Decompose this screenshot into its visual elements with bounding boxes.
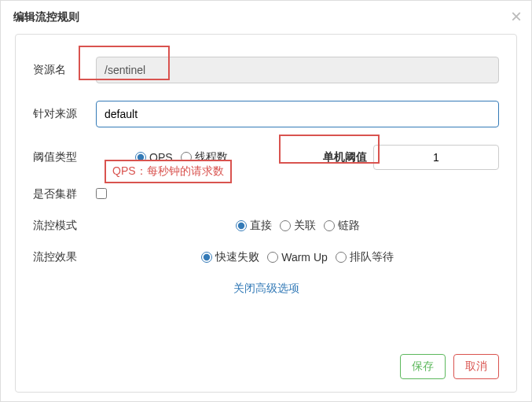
label-cluster: 是否集群: [33, 187, 96, 201]
radio-mode-direct-label: 直接: [250, 219, 272, 233]
radio-group-effect: 快速失败 Warm Up 排队等待: [96, 250, 499, 264]
modal-header: 编辑流控规则 ×: [1, 1, 531, 34]
label-threshold-type: 阈值类型: [33, 150, 96, 164]
radio-effect-warmup[interactable]: Warm Up: [267, 251, 328, 264]
radio-mode-relation[interactable]: 关联: [280, 219, 316, 233]
row-resource-name: 资源名: [33, 57, 499, 83]
label-resource-name: 资源名: [33, 63, 96, 77]
row-effect: 流控效果 快速失败 Warm Up 排队等待: [33, 250, 499, 264]
label-threshold: 单机阈值: [323, 150, 367, 164]
radio-effect-fail-input[interactable]: [201, 252, 212, 263]
checkbox-cluster-wrap: [96, 188, 107, 201]
label-effect: 流控效果: [33, 250, 96, 264]
row-threshold-type: 阈值类型 QPS 线程数 单机阈值: [33, 145, 499, 170]
annotation-qps-note: QPS：每秒钟的请求数: [105, 160, 232, 183]
toggle-advanced-link[interactable]: 关闭高级选项: [33, 282, 499, 296]
radio-mode-chain-label: 链路: [338, 219, 360, 233]
radio-mode-direct[interactable]: 直接: [236, 219, 272, 233]
cancel-button[interactable]: 取消: [453, 354, 499, 379]
checkbox-cluster[interactable]: [96, 188, 107, 199]
radio-mode-relation-label: 关联: [294, 219, 316, 233]
threshold-right: 单机阈值: [323, 145, 499, 170]
radio-effect-warmup-input[interactable]: [267, 252, 278, 263]
input-source[interactable]: [96, 101, 499, 127]
input-threshold[interactable]: [373, 145, 499, 170]
label-source: 针对来源: [33, 107, 96, 121]
modal-body: 资源名 针对来源 阈值类型 QPS 线程数: [15, 34, 517, 393]
save-button[interactable]: 保存: [400, 354, 446, 379]
radio-effect-queue-label: 排队等待: [350, 250, 394, 264]
row-cluster: 是否集群: [33, 187, 499, 201]
modal-title: 编辑流控规则: [13, 10, 79, 23]
modal-footer: 保存 取消: [400, 354, 499, 379]
radio-effect-warmup-label: Warm Up: [281, 251, 328, 264]
radio-mode-chain-input[interactable]: [324, 220, 335, 231]
radio-effect-fail-label: 快速失败: [215, 250, 259, 264]
modal-dialog: 编辑流控规则 × 资源名 针对来源 阈值类型 QPS: [0, 0, 532, 402]
radio-group-mode: 直接 关联 链路: [96, 219, 499, 233]
radio-effect-queue[interactable]: 排队等待: [336, 250, 394, 264]
radio-effect-fail[interactable]: 快速失败: [201, 250, 259, 264]
radio-effect-queue-input[interactable]: [336, 252, 347, 263]
radio-mode-chain[interactable]: 链路: [324, 219, 360, 233]
label-mode: 流控模式: [33, 219, 96, 233]
radio-mode-direct-input[interactable]: [236, 220, 247, 231]
row-source: 针对来源: [33, 101, 499, 127]
row-mode: 流控模式 直接 关联 链路: [33, 219, 499, 233]
close-icon[interactable]: ×: [511, 6, 522, 28]
radio-mode-relation-input[interactable]: [280, 220, 291, 231]
input-resource-name[interactable]: [96, 57, 499, 83]
